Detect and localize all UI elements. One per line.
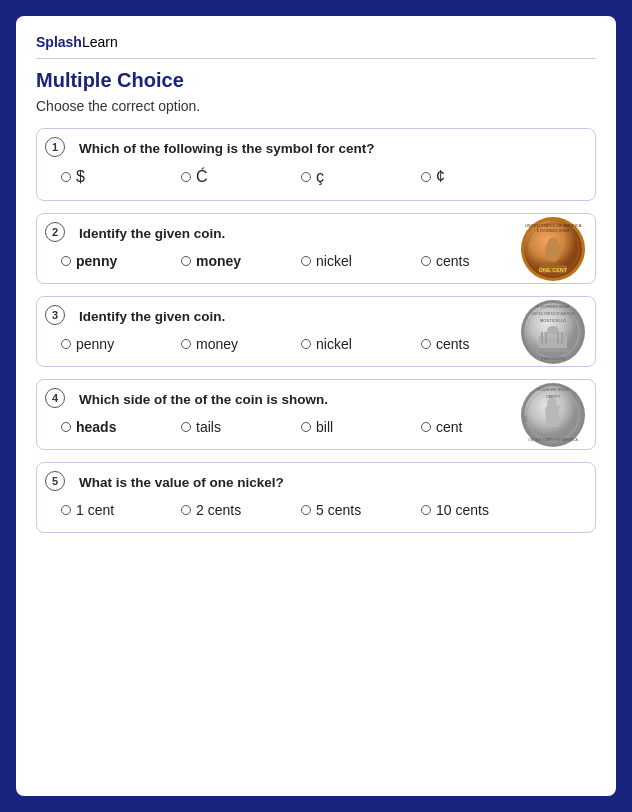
option-label-1-4: ¢ <box>436 168 445 186</box>
option-circle-4-4 <box>421 422 431 432</box>
instruction-text: Choose the correct option. <box>36 98 596 114</box>
option-label-5-4: 10 cents <box>436 502 489 518</box>
option-label-5-2: 2 cents <box>196 502 241 518</box>
option-label-4-3: bill <box>316 419 333 435</box>
svg-rect-17 <box>557 332 559 344</box>
option-circle-5-4 <box>421 505 431 515</box>
option-1-4[interactable]: ¢ <box>421 168 541 186</box>
svg-text:UNITED STATES OF AMERICA: UNITED STATES OF AMERICA <box>532 312 575 316</box>
question-text-2: Identify the given coin. <box>79 226 581 241</box>
logo: SplashLearn <box>36 34 596 50</box>
options-row-4: headstailsbillcent <box>61 419 501 435</box>
option-5-3[interactable]: 5 cents <box>301 502 421 518</box>
question-text-5: What is the value of one nickel? <box>79 475 581 490</box>
option-label-1-1: $ <box>76 168 85 186</box>
option-circle-3-3 <box>301 339 311 349</box>
option-circle-5-1 <box>61 505 71 515</box>
options-row-1: $Ćç¢ <box>61 168 581 186</box>
option-label-3-4: cents <box>436 336 469 352</box>
option-4-3[interactable]: bill <box>301 419 421 435</box>
option-5-1[interactable]: 1 cent <box>61 502 181 518</box>
svg-text:UNITED STATES OF AMERICA: UNITED STATES OF AMERICA <box>528 438 578 442</box>
question-text-4: Which side of the of the coin is shown. <box>79 392 581 407</box>
svg-point-19 <box>547 326 559 334</box>
option-3-1[interactable]: penny <box>61 336 181 352</box>
svg-text:FIVE CENTS: FIVE CENTS <box>541 356 565 361</box>
header-divider <box>36 58 596 59</box>
option-label-5-1: 1 cent <box>76 502 114 518</box>
option-1-3[interactable]: ç <box>301 168 421 186</box>
option-label-2-4: cents <box>436 253 469 269</box>
question-card-2: 2Identify the given coin.pennymoneynicke… <box>36 213 596 284</box>
svg-text:E PLURIBUS UNUM: E PLURIBUS UNUM <box>537 229 569 233</box>
option-circle-2-4 <box>421 256 431 266</box>
option-label-3-1: penny <box>76 336 114 352</box>
option-label-2-3: nickel <box>316 253 352 269</box>
option-circle-1-1 <box>61 172 71 182</box>
questions-container: 1Which of the following is the symbol fo… <box>36 128 596 533</box>
option-circle-5-2 <box>181 505 191 515</box>
option-label-3-2: money <box>196 336 238 352</box>
logo-learn: Learn <box>82 34 118 50</box>
option-circle-1-4 <box>421 172 431 182</box>
option-circle-4-1 <box>61 422 71 432</box>
option-label-4-1: heads <box>76 419 116 435</box>
option-3-2[interactable]: money <box>181 336 301 352</box>
svg-point-32 <box>556 405 561 409</box>
option-1-1[interactable]: $ <box>61 168 181 186</box>
question-number-4: 4 <box>45 388 65 408</box>
svg-text:MONTICELLO: MONTICELLO <box>540 318 566 323</box>
question-card-3: 3Identify the given coin.pennymoneynicke… <box>36 296 596 367</box>
option-label-5-3: 5 cents <box>316 502 361 518</box>
option-circle-4-2 <box>181 422 191 432</box>
option-4-2[interactable]: tails <box>181 419 301 435</box>
svg-rect-20 <box>537 348 569 350</box>
svg-text:ONE CENT: ONE CENT <box>539 267 568 273</box>
options-row-3: pennymoneynickelcents <box>61 336 501 352</box>
svg-rect-15 <box>541 332 543 344</box>
page-container: SplashLearn Multiple Choice Choose the c… <box>16 16 616 796</box>
question-card-4: 4Which side of the of the coin is shown.… <box>36 379 596 450</box>
question-number-2: 2 <box>45 222 65 242</box>
option-5-2[interactable]: 2 cents <box>181 502 301 518</box>
svg-rect-31 <box>546 413 560 427</box>
option-4-1[interactable]: heads <box>61 419 181 435</box>
option-3-3[interactable]: nickel <box>301 336 421 352</box>
section-title: Multiple Choice <box>36 69 596 92</box>
option-circle-4-3 <box>301 422 311 432</box>
option-circle-2-2 <box>181 256 191 266</box>
option-circle-2-3 <box>301 256 311 266</box>
question-card-5: 5What is the value of one nickel?1 cent2… <box>36 462 596 533</box>
option-2-2[interactable]: money <box>181 253 301 269</box>
option-circle-1-2 <box>181 172 191 182</box>
svg-text:E PLURIBUS UNUM: E PLURIBUS UNUM <box>537 305 569 309</box>
logo-splash: Splash <box>36 34 82 50</box>
svg-text:UNITED STATES OF AMERICA: UNITED STATES OF AMERICA <box>525 223 582 228</box>
question-text-3: Identify the given coin. <box>79 309 581 324</box>
option-label-4-2: tails <box>196 419 221 435</box>
option-label-1-2: Ć <box>196 168 208 186</box>
option-2-3[interactable]: nickel <box>301 253 421 269</box>
option-2-1[interactable]: penny <box>61 253 181 269</box>
question-number-5: 5 <box>45 471 65 491</box>
question-number-1: 1 <box>45 137 65 157</box>
option-circle-3-2 <box>181 339 191 349</box>
options-row-5: 1 cent2 cents5 cents10 cents <box>61 502 581 518</box>
option-label-3-3: nickel <box>316 336 352 352</box>
svg-text:IN GOD WE TRUST: IN GOD WE TRUST <box>537 388 569 392</box>
option-circle-3-4 <box>421 339 431 349</box>
svg-rect-16 <box>545 332 547 344</box>
option-label-1-3: ç <box>316 168 324 186</box>
option-1-2[interactable]: Ć <box>181 168 301 186</box>
question-text-1: Which of the following is the symbol for… <box>79 141 581 156</box>
svg-rect-9 <box>546 245 560 257</box>
option-circle-1-3 <box>301 172 311 182</box>
option-label-2-1: penny <box>76 253 117 269</box>
question-number-3: 3 <box>45 305 65 325</box>
svg-rect-21 <box>535 350 571 352</box>
option-label-4-4: cent <box>436 419 462 435</box>
svg-point-30 <box>547 398 557 408</box>
svg-text:2005: 2005 <box>524 415 528 422</box>
option-circle-5-3 <box>301 505 311 515</box>
option-5-4[interactable]: 10 cents <box>421 502 541 518</box>
